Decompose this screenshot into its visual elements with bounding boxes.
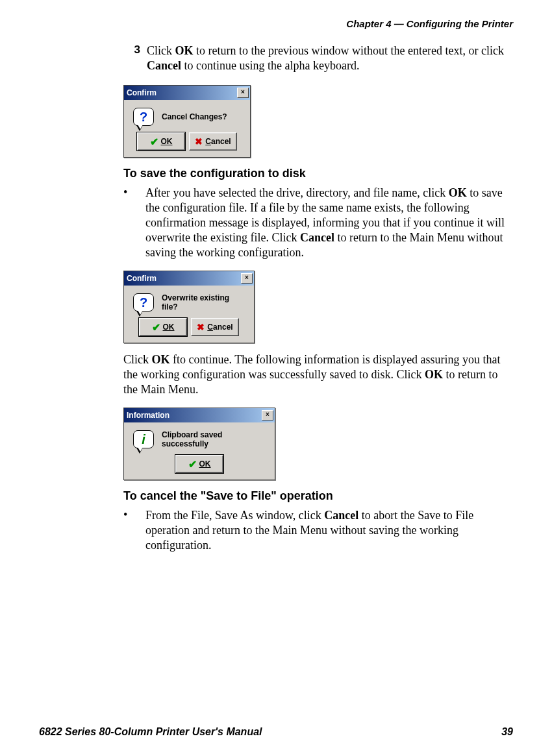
- step-number: 3: [123, 43, 147, 73]
- dialog-titlebar: Confirm ×: [124, 271, 254, 286]
- bold-cancel: Cancel: [300, 231, 334, 244]
- bold-ok: OK: [152, 353, 170, 366]
- dialog-title: Information: [127, 411, 169, 420]
- dialog-titlebar: Information ×: [124, 408, 275, 422]
- ok-label: OK: [161, 137, 173, 146]
- x-icon: ✖: [197, 322, 205, 332]
- cancel-button[interactable]: ✖ Cancel: [189, 132, 237, 151]
- confirm-dialog-overwrite: Confirm × ? Overwrite existing file? ✔ O…: [123, 271, 255, 343]
- text: Click: [123, 353, 152, 366]
- close-icon[interactable]: ×: [241, 273, 253, 284]
- bullet: •: [123, 508, 145, 553]
- confirm-dialog-cancel-changes: Confirm × ? Cancel Changes? ✔ OK ✖ Cance…: [123, 85, 251, 158]
- text: From the File, Save As window, click: [145, 509, 324, 522]
- bullet-text: After you have selected the drive, direc…: [145, 186, 513, 260]
- dialog-titlebar: Confirm ×: [124, 86, 250, 100]
- dialog-title: Confirm: [127, 88, 157, 97]
- heading-cancel-save: To cancel the "Save to File" operation: [123, 489, 513, 503]
- dialog-message: Clipboard saved successfully: [162, 430, 268, 448]
- ok-button[interactable]: ✔ OK: [139, 318, 187, 336]
- dialog-title: Confirm: [127, 274, 157, 283]
- paragraph-after-overwrite: Click OK fto continue. The following inf…: [123, 352, 513, 397]
- close-icon[interactable]: ×: [237, 88, 249, 98]
- bold-cancel: Cancel: [324, 509, 358, 522]
- info-icon: i: [133, 430, 154, 448]
- footer-manual-title: 6822 Series 80-Column Printer User's Man…: [39, 726, 262, 738]
- ok-button[interactable]: ✔ OK: [137, 132, 185, 151]
- chapter-header: Chapter 4 — Configuring the Printer: [39, 18, 513, 29]
- x-icon: ✖: [195, 136, 203, 147]
- question-icon: ?: [133, 293, 154, 311]
- cancel-button[interactable]: ✖ Cancel: [191, 318, 239, 336]
- text: to return to the previous window without…: [194, 44, 504, 57]
- dialog-message: Overwrite existing file?: [162, 293, 247, 311]
- bold-cancel: Cancel: [147, 59, 181, 72]
- check-icon: ✔: [188, 458, 197, 470]
- heading-save-config: To save the configuration to disk: [123, 167, 513, 180]
- bold-ok: OK: [449, 186, 467, 199]
- check-icon: ✔: [152, 321, 160, 334]
- ok-label: OK: [163, 323, 175, 332]
- footer-page-number: 39: [501, 726, 513, 738]
- question-icon: ?: [133, 108, 154, 126]
- ok-button[interactable]: ✔ OK: [175, 455, 223, 473]
- dialog-message: Cancel Changes?: [162, 112, 227, 121]
- text: Click: [147, 44, 175, 57]
- bullet-text: From the File, Save As window, click Can…: [145, 508, 513, 553]
- check-icon: ✔: [150, 136, 158, 148]
- cancel-bullet: • From the File, Save As window, click C…: [123, 508, 513, 553]
- close-icon[interactable]: ×: [262, 410, 273, 421]
- step-text: Click OK to return to the previous windo…: [147, 43, 513, 73]
- ok-label: OK: [199, 459, 211, 469]
- bullet: •: [123, 186, 145, 260]
- bold-ok: OK: [175, 44, 194, 57]
- information-dialog-saved: Information × i Clipboard saved successf…: [123, 408, 275, 480]
- save-bullet: • After you have selected the drive, dir…: [123, 186, 513, 260]
- text: After you have selected the drive, direc…: [145, 186, 449, 199]
- text: to continue using the alpha keyboard.: [181, 59, 359, 72]
- bold-ok: OK: [425, 368, 443, 381]
- step-3: 3 Click OK to return to the previous win…: [123, 43, 513, 73]
